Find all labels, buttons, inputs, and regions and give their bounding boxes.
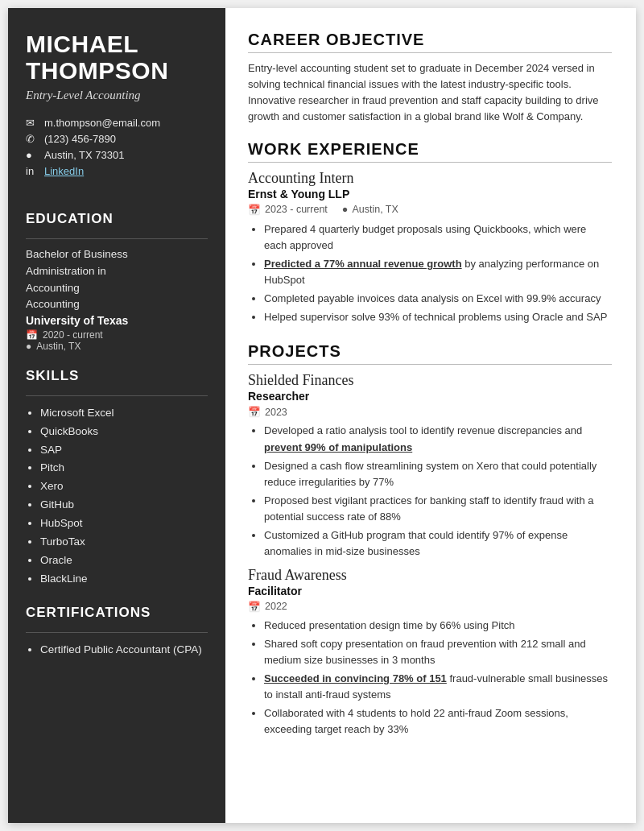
- phone-text: (123) 456-7890: [44, 133, 116, 145]
- work-experience-title: WORK EXPERIENCE: [248, 140, 612, 159]
- project-1-role: Researcher: [248, 390, 612, 403]
- email-text: m.thompson@email.com: [44, 117, 160, 129]
- work-experience-divider: [248, 162, 612, 163]
- project-1-bullet-4: Customized a GitHub program that could i…: [264, 527, 612, 560]
- project-1-bullet-3: Proposed best vigilant practices for ban…: [264, 493, 612, 525]
- work-experience-section: WORK EXPERIENCE Accounting Intern Ernst …: [248, 140, 612, 329]
- skills-divider: [26, 395, 208, 396]
- project-2-title: Fraud Awareness: [248, 567, 612, 584]
- project-2-year: 📅 2022: [248, 601, 612, 613]
- projects-section: PROJECTS Shielded Finances Researcher 📅 …: [248, 342, 612, 740]
- certs-divider: [26, 632, 208, 633]
- job-dates: 2023 - current: [265, 204, 328, 215]
- project-1-calendar-icon: 📅: [248, 406, 261, 418]
- candidate-name: MICHAEL THOMPSON: [26, 31, 208, 84]
- job-item: Accounting Intern Ernst & Young LLP 📅 20…: [248, 170, 612, 326]
- edu-field: Accounting: [26, 298, 208, 310]
- resume-container: MICHAEL THOMPSON Entry-Level Accounting …: [8, 8, 636, 823]
- edu-pin-icon: ●: [26, 341, 31, 352]
- edu-meta: 📅 2020 - current: [26, 329, 208, 341]
- candidate-title: Entry-Level Accounting: [26, 89, 208, 102]
- project-2-bullet-3: Succeeded in convincing 78% of 151 fraud…: [264, 671, 612, 703]
- edu-degree-line1: Bachelor of Business: [26, 247, 208, 263]
- location-icon: ●: [26, 149, 39, 161]
- linkedin-item[interactable]: in LinkedIn: [26, 165, 208, 177]
- education-section-title: EDUCATION: [26, 211, 208, 227]
- job-company: Ernst & Young LLP: [248, 188, 612, 201]
- job-bullet-3: Completed payable invoices data analysis…: [264, 291, 612, 307]
- project-item-1: Shielded Finances Researcher 📅 2023 Deve…: [248, 372, 612, 560]
- email-item: ✉ m.thompson@email.com: [26, 117, 208, 129]
- cert-list: Certified Public Accountant (CPA): [26, 641, 208, 659]
- skill-quickbooks: QuickBooks: [40, 423, 208, 441]
- phone-item: ✆ (123) 456-7890: [26, 133, 208, 145]
- phone-icon: ✆: [26, 133, 39, 145]
- main-content: CAREER OBJECTIVE Entry-level accounting …: [225, 8, 636, 823]
- project-2-bullet-1: Reduced presentation design time by 66% …: [264, 618, 612, 634]
- career-objective-title: CAREER OBJECTIVE: [248, 31, 612, 49]
- job-title: Accounting Intern: [248, 170, 612, 187]
- sidebar: MICHAEL THOMPSON Entry-Level Accounting …: [8, 8, 225, 823]
- project-1-bullet-1: Developed a ratio analysis tool to ident…: [264, 423, 612, 455]
- skill-blackline: BlackLine: [40, 570, 208, 589]
- skill-xero: Xero: [40, 478, 208, 496]
- edu-calendar-icon: 📅: [26, 329, 38, 341]
- skills-section-title: SKILLS: [26, 368, 208, 384]
- edu-university: University of Texas: [26, 314, 208, 327]
- career-objective-text: Entry-level accounting student set to gr…: [248, 60, 612, 126]
- edu-city: Austin, TX: [36, 341, 80, 352]
- job-calendar-icon: 📅: [248, 204, 261, 216]
- edu-dates: 2020 - current: [43, 329, 103, 341]
- job-meta: 📅 2023 - current ● Austin, TX: [248, 204, 612, 216]
- certifications-section-title: CERTIFICATIONS: [26, 605, 208, 621]
- project-2-bullet-2: Shared soft copy presentation on fraud p…: [264, 636, 612, 668]
- projects-title: PROJECTS: [248, 342, 612, 361]
- project-2-year-text: 2022: [265, 601, 287, 612]
- edu-city-meta: ● Austin, TX: [26, 341, 208, 352]
- projects-divider: [248, 364, 612, 365]
- job-bullet-4: Helped supervisor solve 93% of technical…: [264, 309, 612, 325]
- career-objective-section: CAREER OBJECTIVE Entry-level accounting …: [248, 31, 612, 126]
- job-location: Austin, TX: [352, 204, 398, 215]
- skill-excel: Microsoft Excel: [40, 404, 208, 423]
- project-2-role: Facilitator: [248, 585, 612, 597]
- job-dates-item: 📅 2023 - current: [248, 204, 328, 216]
- skill-hubspot: HubSpot: [40, 515, 208, 533]
- cert-cpa: Certified Public Accountant (CPA): [40, 641, 208, 659]
- project-2-bullet-4: Collaborated with 4 students to hold 22 …: [264, 705, 612, 738]
- project-1-year-text: 2023: [265, 407, 287, 418]
- location-text: Austin, TX 73301: [44, 149, 125, 161]
- email-icon: ✉: [26, 117, 39, 129]
- edu-degree-line2: Administration in: [26, 264, 208, 279]
- skill-oracle: Oracle: [40, 552, 208, 570]
- job-pin-icon: ●: [342, 204, 349, 215]
- skill-pitch: Pitch: [40, 459, 208, 478]
- edu-degree-line3: Accounting: [26, 281, 208, 296]
- location-item: ● Austin, TX 73301: [26, 149, 208, 161]
- linkedin-text[interactable]: LinkedIn: [44, 165, 84, 177]
- project-1-bullet-2: Designed a cash flow streamlining system…: [264, 458, 612, 490]
- career-objective-divider: [248, 52, 612, 53]
- skill-github: GitHub: [40, 496, 208, 515]
- job-bullet-2: Predicted a 77% annual revenue growth by…: [264, 256, 612, 288]
- skills-list: Microsoft Excel QuickBooks SAP Pitch Xer…: [26, 404, 208, 589]
- project-item-2: Fraud Awareness Facilitator 📅 2022 Reduc…: [248, 567, 612, 738]
- education-divider: [26, 238, 208, 239]
- job-bullets: Prepared 4 quarterly budget proposals us…: [248, 221, 612, 326]
- project-2-bullets: Reduced presentation design time by 66% …: [248, 618, 612, 738]
- skill-turbotax: TurboTax: [40, 533, 208, 552]
- job-bullet-1: Prepared 4 quarterly budget proposals us…: [264, 221, 612, 254]
- project-2-calendar-icon: 📅: [248, 601, 261, 613]
- contact-section: ✉ m.thompson@email.com ✆ (123) 456-7890 …: [26, 117, 208, 177]
- project-1-bullets: Developed a ratio analysis tool to ident…: [248, 423, 612, 560]
- skill-sap: SAP: [40, 441, 208, 460]
- project-1-title: Shielded Finances: [248, 372, 612, 389]
- job-location-item: ● Austin, TX: [342, 204, 398, 215]
- linkedin-icon: in: [26, 165, 39, 177]
- project-1-year: 📅 2023: [248, 406, 612, 418]
